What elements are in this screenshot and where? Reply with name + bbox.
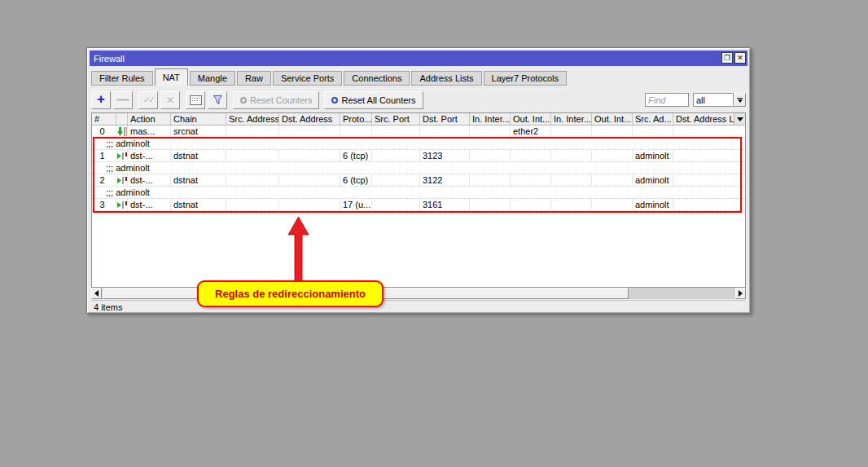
find-input[interactable] [645,93,689,107]
column-header-dst-port[interactable]: Dst. Port [420,113,470,125]
column-header-action[interactable]: Action [128,113,171,125]
column-header-in-inter[interactable]: In. Inter... [551,113,592,125]
cell-chain: srcnat [171,126,226,138]
reset-counters-button[interactable]: Reset Counters [233,91,319,109]
cell-dst_address_list [673,199,745,211]
tab-layer7-protocols[interactable]: Layer7 Protocols [484,71,568,86]
cell-src_address [226,150,279,162]
column-menu-button[interactable] [734,113,745,125]
comment-button[interactable] [186,91,205,109]
cell-num: 2 [92,174,116,187]
rule-row-2[interactable]: 2dst-...dstnat6 (tcp)3122adminolt [92,174,745,187]
column-header-icon[interactable] [116,113,128,125]
tab-mangle[interactable]: Mangle [190,71,235,86]
tab-raw[interactable]: Raw [237,71,271,86]
arrow-right-icon [739,290,743,297]
cell-action: dst-... [128,174,171,187]
column-header-chain[interactable]: Chain [171,113,226,125]
cell-out_interface [511,199,551,211]
maximize-icon: ❐ [724,55,730,62]
window-title: Firewall [94,54,125,64]
toolbar: + — ✓✓ ✕ Reset Counters Reset All Counte… [91,90,746,110]
comment-row[interactable]: ;;; adminolt [92,162,745,174]
cell-out_interface: ether2 [511,126,551,138]
scroll-right-button[interactable] [735,288,746,299]
cell-out_interface_2 [592,199,633,211]
cell-protocol: 17 (u... [340,199,372,211]
cell-dst_address_list [673,126,745,138]
cell-src_address_list: adminolt [633,199,673,211]
cell-protocol: 6 (tcp) [340,174,372,187]
arrow-left-icon [94,290,99,297]
cell-dst_address [279,150,340,162]
chevron-down-icon [737,117,743,121]
column-header-src-ad[interactable]: Src. Ad... [633,113,673,125]
cell-in_interface [470,199,511,211]
column-header-dst-address[interactable]: Dst. Address [279,113,340,125]
comment-row[interactable]: ;;; adminolt [92,187,745,199]
column-header-proto[interactable]: Proto... [340,113,372,125]
reset-all-counters-button[interactable]: Reset All Counters [324,91,423,109]
rule-row-1[interactable]: 1dst-...dstnat6 (tcp)3123adminolt [92,150,745,162]
comment-row[interactable]: ;;; adminolt [92,138,745,150]
cell-out_interface_2 [592,150,633,162]
horizontal-scrollbar[interactable] [91,288,746,299]
tab-filter-rules[interactable]: Filter Rules [91,71,153,86]
maximize-button[interactable]: ❐ [721,52,733,64]
filter-scope-dropdown[interactable]: all [693,93,734,107]
rule-row-3[interactable]: 3dst-...dstnat17 (u...3161adminolt [92,199,745,211]
cell-dst_port [420,126,470,138]
cell-action: mas... [128,126,171,138]
cell-src_port [372,126,420,138]
cell-num: 3 [92,199,116,211]
cell-action: dst-... [128,199,171,211]
scroll-left-button[interactable] [91,288,102,299]
column-header-out-int[interactable]: Out. Int... [511,113,551,125]
cell-dst_address [279,199,340,211]
table-header: #ActionChainSrc. AddressDst. AddressProt… [92,113,745,126]
reset-icon [240,97,247,104]
cell-in_interface [470,126,511,138]
column-header-out-int[interactable]: Out. Int... [592,113,633,125]
add-rule-button[interactable]: + [91,91,111,109]
remove-rule-button[interactable]: — [113,91,133,109]
status-bar: 4 items [91,300,746,313]
column-header-in-inter[interactable]: In. Inter... [470,113,511,125]
cell-icon [116,126,128,138]
column-header-dst-address-lis[interactable]: Dst. Address Lis [673,113,734,125]
cell-in_interface_2 [551,199,592,211]
column-header-src-port[interactable]: Src. Port [372,113,420,125]
close-icon: ✕ [737,55,743,62]
close-button[interactable]: ✕ [734,52,746,64]
window-controls: ❐ ✕ [721,52,746,64]
cell-num: 1 [92,150,116,162]
tab-service-ports[interactable]: Service Ports [273,71,342,86]
cell-dst_port: 3123 [420,150,470,162]
filter-button[interactable] [208,91,227,109]
funnel-icon [213,95,223,105]
column-header-src-address[interactable]: Src. Address [226,113,279,125]
cell-in_interface [470,174,511,187]
filter-scope-dropdown-button[interactable] [734,93,746,107]
dropdown-bar-icon [737,98,743,99]
cell-chain: dstnat [171,150,226,162]
dst-nat-icon [117,176,127,185]
column-header-[interactable]: # [92,113,116,125]
minus-icon: — [117,93,129,105]
enable-rule-button[interactable]: ✓✓ [138,91,158,109]
filter-scope-value: all [696,95,705,105]
cell-src_port [372,174,420,187]
chevron-down-icon [738,99,743,103]
rule-row-0[interactable]: 0mas...srcnatether2 [92,126,745,138]
cell-out_interface [511,150,551,162]
cell-chain: dstnat [171,174,226,187]
tab-connections[interactable]: Connections [344,71,410,86]
items-count: 4 items [94,302,122,312]
tab-address-lists[interactable]: Address Lists [411,71,481,86]
cell-out_interface_2 [592,174,633,187]
tab-nat[interactable]: NAT [155,68,188,86]
cell-protocol: 6 (tcp) [340,150,372,162]
disable-rule-button[interactable]: ✕ [160,91,180,109]
cell-dst_port: 3161 [420,199,470,211]
titlebar[interactable]: Firewall ❐ ✕ [90,51,747,66]
